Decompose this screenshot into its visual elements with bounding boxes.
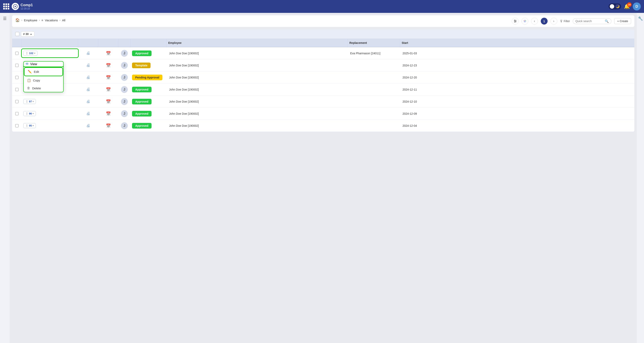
row-checkbox-6[interactable] [12,110,22,117]
filter-btn[interactable]: ⊽ Filter [560,19,570,23]
view-label[interactable]: View [30,62,37,66]
avatar-1: J [121,50,128,57]
svg-point-7 [523,20,526,23]
search-input[interactable] [575,19,604,23]
row-checkbox-3[interactable] [12,74,22,81]
grid-menu-icon[interactable] [3,3,9,9]
search-icon: 🔍 [605,19,609,23]
row-id-btn-1[interactable]: ⋮ 102 ▾ [23,51,38,56]
row-id-cell-1: ⋮ 102 ▾ 👁 View ✏️ Edit [22,49,78,57]
settings-icon-btn[interactable] [512,18,518,24]
status-cell-6: Approved [130,109,167,118]
replacement-cell-6 [348,112,400,115]
avatar-cell-1: J [118,48,130,58]
row-checkbox-1[interactable] [12,50,22,56]
avatar-cell-2: J [118,60,130,70]
col-start-header: Start [400,39,452,47]
col-cal-header [98,39,118,47]
row-checkbox-2[interactable] [12,62,22,69]
print-cell-4[interactable]: 🖨 [78,85,98,93]
replacement-cell-2 [348,64,400,67]
status-cell-2: Template [130,61,167,70]
row-checkbox-4[interactable] [12,86,22,93]
row-id-btn-7[interactable]: ⋮ 95 ▾ [23,123,36,128]
row-id-5: 97 [29,100,32,103]
print-icon: 🖨 [86,123,90,128]
print-cell-2[interactable]: 🖨 [78,61,98,69]
breadcrumb-all[interactable]: All [62,18,66,22]
hamburger-icon[interactable]: ☰ [3,16,7,21]
calendar-icon: 📅 [106,75,111,80]
copy-menu-item[interactable]: 📋 Copy [24,76,63,84]
create-label: + Create [617,19,628,23]
print-cell-7[interactable]: 🖨 [78,122,98,130]
cal-cell-1[interactable]: 📅 [98,49,118,57]
notification-bell[interactable]: 🔔 19 [624,3,630,9]
start-cell-4: 2024-12-11 [400,86,452,93]
next-page-btn[interactable]: › [550,18,557,24]
cal-cell-5[interactable]: 📅 [98,98,118,106]
print-icon: 🖨 [86,51,90,55]
col-headers: Employee Replacement Start [12,39,634,47]
print-cell-1[interactable]: 🖨 [78,49,98,57]
print-cell-6[interactable]: 🖨 [78,110,98,117]
col-print-header [78,39,98,47]
cal-cell-2[interactable]: 📅 [98,61,118,69]
breadcrumb-chevron-3: › [60,18,60,22]
employee-cell-1: John Doe Doe [190002] [167,50,348,56]
home-icon[interactable]: 🏠 [15,18,20,22]
breadcrumb-vacations[interactable]: Vacations [45,18,58,22]
row-id-btn-5[interactable]: ⋮ 97 ▾ [23,99,36,104]
cal-cell-6[interactable]: 📅 [98,110,118,118]
select-all-checkbox[interactable] [15,32,19,36]
col-employee-header: Employee [167,39,348,47]
prev-page-btn[interactable]: ‹ [531,18,538,24]
print-cell-5[interactable]: 🖨 [78,98,98,105]
cal-cell-3[interactable]: 📅 [98,73,118,81]
filter-icon: ⊽ [560,19,562,23]
breadcrumb-employee[interactable]: Employee [24,18,38,22]
print-cell-3[interactable]: 🖨 [78,73,98,81]
table-row: ⋮ 102 ▾ 🖨 📅 J Template John Doe Do [12,59,634,71]
cal-cell-4[interactable]: 📅 [98,85,118,93]
create-btn[interactable]: + Create [614,18,631,24]
app-name: Comp1 [20,3,33,7]
print-icon: 🖨 [86,63,90,68]
calendar-icon: 📅 [106,87,111,92]
avatar-cell-3: J [118,72,130,82]
sidebar-toggle: ☰ [0,13,10,343]
calendar-icon: 📅 [106,51,111,56]
theme-toggle[interactable]: 🌙 [608,3,621,9]
status-badge-2: Template [132,62,150,68]
copy-label: Copy [33,79,40,82]
color-palette-icon-btn[interactable] [522,18,528,24]
search-box[interactable]: 🔍 [573,18,612,24]
row-checkbox-5[interactable] [12,98,22,105]
row-id-btn-6[interactable]: ⋮ 96 ▾ [23,111,36,116]
page-number[interactable]: 1 [541,18,548,24]
status-cell-4: Approved [130,85,167,94]
svg-point-10 [524,21,525,22]
status-badge-1: Approved [132,50,152,56]
breadcrumb-chevron-1: › [21,18,22,22]
top-right-actions: ‹ 1 › ⊽ Filter 🔍 + Create [512,18,631,24]
employee-cell-7: John Doe Doe [190002] [167,122,348,129]
notification-badge: 19 [627,2,632,7]
row-count-btn[interactable]: # 30 ▲ [21,31,34,37]
avatar-6: J [121,110,128,117]
chevron-down-icon: ▾ [34,52,35,54]
trash-icon: 🗑 [27,86,30,90]
row-count-label: # 30 [23,32,28,36]
start-cell-1: 2025-01-03 [400,50,452,56]
light-mode-dot [610,4,614,9]
employee-cell-2: John Doe Doe [190002] [167,62,348,69]
cal-cell-7[interactable]: 📅 [98,122,118,130]
edit-label: Edit [34,70,39,73]
wrench-icon[interactable]: 🔧 [638,16,643,21]
edit-menu-item[interactable]: ✏️ Edit [24,68,62,76]
user-avatar[interactable]: D [633,2,641,10]
delete-menu-item[interactable]: 🗑 Delete [24,84,63,92]
row-checkbox-7[interactable] [12,122,22,129]
avatar-7: J [121,122,128,129]
row-id-6: 96 [29,112,32,115]
